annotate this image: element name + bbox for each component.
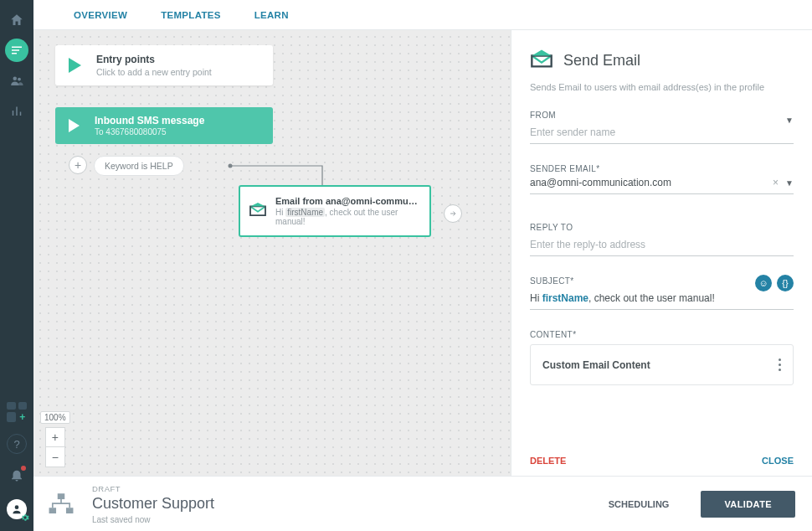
envelope-icon xyxy=(530,49,553,72)
notifications-icon[interactable] xyxy=(9,467,24,486)
reply-to-input[interactable] xyxy=(530,235,794,256)
help-icon[interactable]: ? xyxy=(7,434,27,454)
last-saved: Last saved now xyxy=(92,515,592,524)
entry-point-card[interactable]: Entry points Click to add a new entry po… xyxy=(55,45,273,85)
nav-rail: + ? xyxy=(0,0,33,531)
play-icon xyxy=(69,119,80,132)
zoom-out-button[interactable]: − xyxy=(45,447,65,467)
play-icon xyxy=(69,58,81,73)
entry-title: Entry points xyxy=(96,54,212,65)
status-draft: DRAFT xyxy=(92,484,592,493)
tab-learn[interactable]: LEARN xyxy=(254,10,289,20)
inbound-sms-card[interactable]: Inbound SMS message To 4367680080075 xyxy=(55,107,273,144)
sender-email-value: ana@omni-communication.com xyxy=(530,177,766,188)
from-input[interactable] xyxy=(530,123,794,144)
nav-people-icon[interactable] xyxy=(5,69,28,92)
chevron-down-icon[interactable]: ▼ xyxy=(785,178,794,188)
panel-description: Sends Email to users with email address(… xyxy=(530,82,794,92)
svg-rect-12 xyxy=(66,508,74,513)
placeholder-icon[interactable]: {} xyxy=(777,275,794,291)
zoom-percent: 100% xyxy=(40,411,70,424)
nav-home-icon[interactable] xyxy=(5,8,28,32)
svg-rect-10 xyxy=(58,493,65,499)
side-panel: Send Email Sends Email to users with ema… xyxy=(511,30,812,476)
sms-subtitle: To 4367680080075 xyxy=(95,127,204,137)
svg-point-9 xyxy=(229,164,233,168)
subject-input[interactable]: Hi firstName, check out the user manual! xyxy=(530,289,794,310)
subject-label: SUBJECT* xyxy=(530,276,794,286)
more-icon[interactable] xyxy=(779,358,781,371)
keyword-chip[interactable]: Keyword is HELP xyxy=(94,156,184,176)
svg-rect-11 xyxy=(49,508,57,513)
nav-analytics-icon[interactable] xyxy=(5,99,28,122)
flow-canvas[interactable]: Entry points Click to add a new entry po… xyxy=(33,30,511,476)
nav-flow-icon[interactable] xyxy=(5,39,28,62)
zoom-controls: 100% + − xyxy=(40,411,70,467)
envelope-icon xyxy=(249,202,267,220)
from-label: FROM xyxy=(530,111,794,120)
flow-title[interactable]: Customer Support xyxy=(92,495,592,513)
zoom-in-button[interactable]: + xyxy=(45,427,65,447)
email-node[interactable]: Email from ana@omni-communic… Hi firstNa… xyxy=(239,185,431,237)
svg-point-3 xyxy=(13,77,18,81)
flow-tree-icon xyxy=(47,492,75,517)
clear-icon[interactable]: × xyxy=(773,177,779,188)
validate-button[interactable]: VALIDATE xyxy=(701,491,795,518)
sms-title: Inbound SMS message xyxy=(95,115,204,126)
tab-templates[interactable]: TEMPLATES xyxy=(161,10,221,20)
top-tabs: OVERVIEW TEMPLATES LEARN xyxy=(33,0,812,30)
reply-to-label: REPLY TO xyxy=(530,223,794,232)
close-button[interactable]: CLOSE xyxy=(762,456,794,466)
next-step-button[interactable] xyxy=(444,204,462,223)
email-node-title: Email from ana@omni-communic… xyxy=(275,196,421,206)
footer-bar: DRAFT Customer Support Last saved now SC… xyxy=(33,476,812,531)
emoji-icon[interactable]: ☺ xyxy=(755,275,772,291)
apps-grid-icon[interactable]: + xyxy=(7,402,27,422)
profile-avatar[interactable] xyxy=(7,499,27,519)
chevron-down-icon[interactable]: ▼ xyxy=(785,116,794,125)
email-node-preview: Hi firstName, check out the user manual! xyxy=(275,208,421,226)
delete-button[interactable]: DELETE xyxy=(530,456,566,466)
panel-title: Send Email xyxy=(563,52,640,70)
sender-email-label: SENDER EMAIL* xyxy=(530,164,794,173)
content-editor[interactable]: Custom Email Content xyxy=(530,344,794,385)
content-label: CONTENT* xyxy=(530,330,794,339)
add-branch-button[interactable]: + xyxy=(69,156,87,174)
entry-subtitle: Click to add a new entry point xyxy=(96,67,212,77)
scheduling-button[interactable]: SCHEDULING xyxy=(609,499,670,509)
tab-overview[interactable]: OVERVIEW xyxy=(74,10,127,20)
svg-point-4 xyxy=(18,78,21,81)
svg-point-8 xyxy=(15,505,19,509)
